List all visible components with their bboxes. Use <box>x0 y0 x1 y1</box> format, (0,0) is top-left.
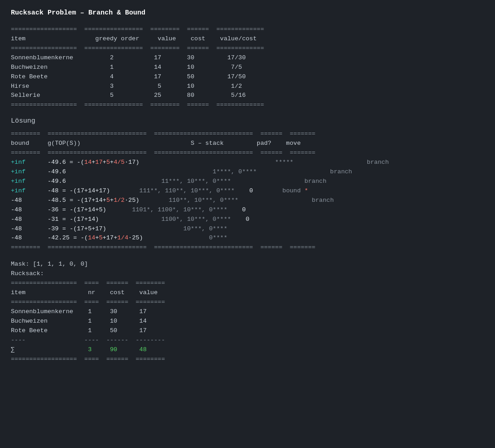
rs-sum-row: ∑ 3 90 48 <box>11 346 147 353</box>
sol-row-8: -48 -39 = -(17+5+17) 10***, 0**** <box>11 225 227 232</box>
sol-row-2: +inf -49.6 1****, 0**** branch <box>11 168 352 175</box>
sol-row-3: +inf -49.6 11***, 10***, 0**** branch <box>11 178 327 185</box>
sol-header: bound g(TOP(S)) S – stack pad? move <box>11 140 301 147</box>
sol-row-4: +inf -48 = -(17+14+17) 111**, 110**, 10*… <box>11 187 308 194</box>
sol-divider2: ======== =========================== ===… <box>11 149 315 156</box>
item-row-3: Rote Beete 4 17 50 17/50 <box>11 73 245 80</box>
item-row-2: Buchweizen 1 14 10 7/5 <box>11 64 242 71</box>
solution-table: ======== =========================== ===… <box>11 129 484 253</box>
rs-row-1: Sonnenblumenkerne 1 30 17 <box>11 308 147 315</box>
rucksack-label-line: Rucksack: <box>11 269 484 279</box>
rs-header: item nr cost value <box>11 289 158 296</box>
items-divider3: ================== ================ ====… <box>11 101 264 108</box>
item-row-1: Sonnenblumenkerne 2 17 30 17/30 <box>11 54 245 61</box>
items-divider1: ================== ================ ====… <box>11 26 264 33</box>
item-row-4: Hirse 3 5 10 1/2 <box>11 83 242 90</box>
sol-row-5: -48 -48.5 = -(17+14+5+1/2·25) 110**, 10*… <box>11 197 334 204</box>
loesung-label: Lösung <box>11 117 484 125</box>
sol-divider1: ======== =========================== ===… <box>11 130 315 137</box>
page-container: Rucksack Problem – Branch & Bound ======… <box>11 9 484 364</box>
sol-row-9: -48 -42.25 = -(14+5+17+1/4·25) 0**** <box>11 234 227 241</box>
rs-divider1: ================== ==== ====== ======== <box>11 280 165 286</box>
rs-divider2: ================== ==== ====== ======== <box>11 299 165 305</box>
rucksack-table: ================== ==== ====== ======== … <box>11 279 484 364</box>
sol-row-6: -48 -36 = -(17+14+5) 1101*, 1100*, 10***… <box>11 206 246 213</box>
solution-section: ======== =========================== ===… <box>11 129 484 253</box>
items-table: ================== ================ ====… <box>11 25 484 110</box>
sol-divider3: ======== =========================== ===… <box>11 244 315 251</box>
sol-row-7: -48 -31 = -(17+14) 1100*, 10***, 0**** 0 <box>11 216 250 223</box>
rs-sum-divider: ---- ---- ------ -------- <box>11 337 165 343</box>
rs-row-3: Rote Beete 1 50 17 <box>11 327 147 334</box>
items-divider2: ================== ================ ====… <box>11 45 264 52</box>
items-header: item greedy order value cost value/cost <box>11 35 257 42</box>
item-row-5: Sellerie 5 25 80 5/16 <box>11 92 245 99</box>
rs-divider3: ================== ==== ====== ======== <box>11 356 165 362</box>
mask-line: Mask: [1, 1, 1, 0, 0] <box>11 260 484 269</box>
items-section: ================== ================ ====… <box>11 25 484 110</box>
page-title: Rucksack Problem – Branch & Bound <box>11 9 484 17</box>
rs-row-2: Buchweizen 1 10 14 <box>11 318 147 324</box>
sol-row-1: +inf -49.6 = -(14+17+5+4/5·17) ***** bra… <box>11 159 389 166</box>
result-section: Mask: [1, 1, 1, 0, 0] Rucksack: ========… <box>11 260 484 364</box>
